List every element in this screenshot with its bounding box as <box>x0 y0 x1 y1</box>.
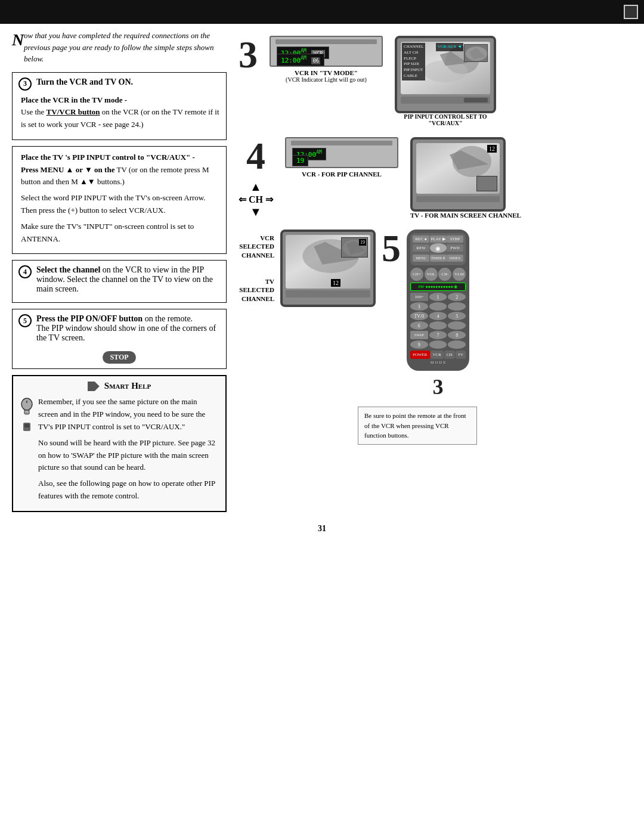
step-3-subtitle: Place the VCR in the TV mode - <box>21 95 127 104</box>
intro-text: ow that you have completed the required … <box>24 31 213 63</box>
step3-large-number: 3 <box>239 36 258 74</box>
remote-note-box: Be sure to point the remote at the front… <box>358 407 632 445</box>
up-arrow-icon: ▲ <box>250 180 262 194</box>
svg-rect-1 <box>24 410 29 414</box>
step3-diagrams: 3 12:00AM VCR 12:00AM 06 0 <box>239 36 632 126</box>
header-icon <box>624 5 638 19</box>
header-bar <box>0 0 644 24</box>
channel-labels: VCR SELECTED CHANNEL TV SELECTED CHANNEL <box>239 234 274 303</box>
step-3-title: Turn the VCR and TV ON. <box>36 78 133 87</box>
step5-large-number: 5 <box>382 230 401 268</box>
svg-point-0 <box>21 398 32 410</box>
left-column: ow that you have completed the required … <box>12 30 227 512</box>
step-3-body: Place the VCR in the TV mode - Use the T… <box>18 94 220 131</box>
svg-rect-5 <box>24 424 29 427</box>
step-5-title: Press the PIP ON/OFF button <box>36 314 143 323</box>
smart-help-title: Smart Help <box>20 381 218 391</box>
step-3b-body: Place the TV 's PIP INPUT control to "VC… <box>18 151 220 246</box>
step5-diagrams: VCR SELECTED CHANNEL TV SELECTED CHANNEL <box>239 230 632 399</box>
intro-paragraph: ow that you have completed the required … <box>12 30 227 65</box>
remote-note-text: Be sure to point the remote at the front… <box>364 412 466 439</box>
smart-help-body: Remember, if you see the same picture on… <box>20 396 218 506</box>
step-4-title: Select the channel <box>36 265 100 274</box>
step3-number-container: 3 <box>239 36 258 74</box>
pip-button-highlight[interactable]: PIP ●●●●●●●●●●● ◉ <box>410 283 466 291</box>
smart-help-para-2: No sound will be heard with the PIP pict… <box>38 437 218 474</box>
step-3-circle: 3 <box>18 78 32 91</box>
ch-label: CH <box>249 194 263 205</box>
lightbulb-icon <box>20 397 33 506</box>
step3-tv-label: PIP INPUT CONTROL SET TO "VCR/AUX" <box>395 113 496 126</box>
step4-diagrams: 4 ▲ ⇐ CH ⇒ ▼ 12:00AM <box>239 137 632 219</box>
tv-channel-12: 12 <box>487 145 497 153</box>
vcr-selected-label: VCR SELECTED CHANNEL <box>239 234 274 259</box>
step4-large-number: 4 <box>246 137 265 175</box>
smart-help-para-1: Remember, if you see the same picture on… <box>38 396 218 433</box>
step3-vcr-diagram: 12:00AM VCR 12:00AM 06 0 VCR IN "TV MODE… <box>270 36 383 83</box>
step4-vcr-label: VCR - FOR PIP CHANNEL <box>285 170 398 178</box>
step-4-circle: 4 <box>18 265 32 278</box>
smart-help-para-3: Also, see the following page on how to o… <box>38 478 218 503</box>
step4-number-container: 4 ▲ ⇐ CH ⇒ ▼ <box>239 137 273 219</box>
step5-tv-vcr-diagram: VCR SELECTED CHANNEL TV SELECTED CHANNEL <box>239 230 376 307</box>
smart-help-box: Smart Help Remembe <box>12 375 227 512</box>
step4-tv-label: TV - FOR MAIN SCREEN CHANNEL <box>410 212 521 219</box>
step-3b-box: Place the TV 's PIP INPUT control to "VC… <box>12 146 227 255</box>
step4-tv-diagram: 12 TV - FOR MAIN SCREEN CHANNEL <box>410 137 521 219</box>
step3b-large-number: 3 <box>433 374 444 399</box>
svg-rect-2 <box>25 414 29 415</box>
smart-help-text: Remember, if you see the same picture on… <box>38 396 218 506</box>
step3-vcr-label: VCR IN "TV MODE" (VCR Indicator Light wi… <box>270 69 383 83</box>
tv-selected-label: TV SELECTED CHANNEL <box>239 277 274 303</box>
right-arrow-icon: ⇒ <box>265 194 273 205</box>
step3-tv-diagram: CHANNELALT CHFLECPPIP SIZEPIP INPUTCABLE… <box>395 36 496 126</box>
stop-badge: STOP <box>103 351 135 364</box>
step-5-circle: 5 <box>18 314 32 327</box>
step-3-box: 3 Turn the VCR and TV ON. Place the VCR … <box>12 72 227 140</box>
step-5-box: 5 Press the PIP ON/OFF button on the rem… <box>12 309 227 369</box>
main-content: ow that you have completed the required … <box>0 24 644 518</box>
page-number: 31 <box>0 518 644 540</box>
step4-vcr-diagram: 12:00AM 19 VCR - FOR PIP CHANNEL <box>285 137 398 178</box>
step-4-box: 4 Select the channel on the VCR to view … <box>12 260 227 303</box>
remote-control-diagram: REC ● PLAY ▶ STBP REW ◉ FWD MENU TIMER B <box>407 230 469 399</box>
right-column: 3 12:00AM VCR 12:00AM 06 0 <box>239 30 632 512</box>
left-arrow-icon: ⇐ <box>239 194 246 205</box>
down-arrow-icon: ▼ <box>250 205 262 219</box>
step5-number-container: 5 <box>382 230 401 268</box>
